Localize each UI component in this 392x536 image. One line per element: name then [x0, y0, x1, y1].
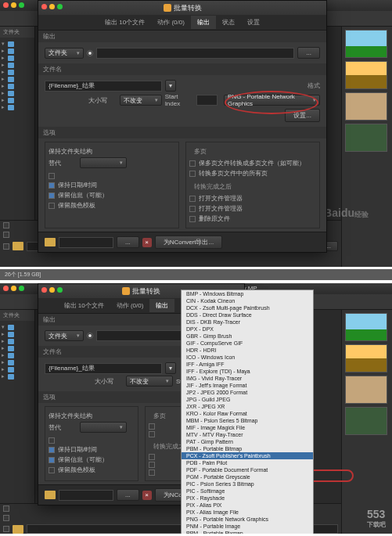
format-option[interactable]: JIF - Jeff's Image Format — [182, 382, 313, 389]
folder-icon[interactable] — [45, 238, 56, 246]
format-option[interactable]: JPG - Guild JPEG — [182, 396, 313, 403]
checkbox[interactable] — [189, 206, 196, 212]
minimize-icon[interactable] — [11, 286, 16, 291]
save-preset-button[interactable]: ... — [117, 236, 139, 248]
close-icon[interactable] — [41, 287, 47, 293]
minimize-icon[interactable] — [49, 4, 55, 9]
format-option[interactable]: PNG - Portable Network Graphics — [182, 516, 313, 523]
radio-option[interactable] — [87, 333, 93, 339]
thumbnail[interactable] — [345, 61, 387, 89]
tab-input[interactable]: 输出 10个文件 — [58, 299, 110, 312]
format-option[interactable]: CIN - Kodak Cineon — [182, 297, 313, 304]
start-index-input[interactable] — [196, 95, 218, 106]
checkbox[interactable] — [189, 160, 196, 167]
tab-actions[interactable]: 动作 (0/0) — [151, 16, 191, 29]
thumbnail[interactable] — [345, 124, 387, 152]
format-option[interactable]: MTV - MTV Ray-Tracer — [182, 431, 313, 438]
preset-input[interactable] — [59, 490, 113, 501]
thumbnail[interactable] — [345, 313, 387, 341]
tab-output[interactable]: 输出 — [191, 16, 216, 29]
maximize-icon[interactable] — [57, 287, 63, 293]
checkbox[interactable] — [3, 505, 9, 512]
delete-icon[interactable]: × — [142, 491, 152, 500]
minimize-icon[interactable] — [11, 2, 16, 8]
dropdown-button[interactable]: ▾ — [165, 80, 176, 92]
settings-button[interactable]: 设置... — [285, 109, 320, 122]
format-option[interactable]: JXR - JPEG XR — [182, 403, 313, 410]
minimize-icon[interactable] — [49, 287, 55, 293]
checkbox[interactable] — [189, 216, 196, 222]
browse-button[interactable]: ... — [297, 47, 320, 59]
format-option[interactable]: DPX - DPX — [182, 326, 313, 333]
folder-tree[interactable]: ▾ ▸ ▸ ▸ ▸ ▸ ▸ ▸ ▸ ▸ — [0, 38, 34, 114]
output-type-select[interactable]: 文件夹▾ — [45, 48, 84, 59]
checkbox[interactable] — [49, 457, 55, 463]
checkbox[interactable] — [49, 173, 55, 179]
folder-icon[interactable] — [13, 242, 23, 250]
export-button[interactable]: 为NConvert导出... — [155, 236, 222, 249]
format-option[interactable]: GBR - Gimp Brush — [182, 333, 313, 340]
left-tab-folders[interactable]: 文件夹 — [3, 29, 20, 34]
delete-icon[interactable]: × — [142, 238, 152, 247]
format-select[interactable]: PNG - Portable Network Graphics▾ — [224, 95, 320, 106]
folder-icon[interactable] — [45, 491, 56, 499]
thumbnail[interactable] — [345, 376, 387, 404]
thumbnail[interactable] — [345, 30, 387, 58]
checkbox[interactable] — [149, 431, 155, 437]
maximize-icon[interactable] — [19, 286, 24, 291]
checkbox[interactable] — [3, 222, 9, 228]
checkbox[interactable] — [189, 196, 196, 202]
output-path-input[interactable] — [96, 48, 294, 59]
tab-input[interactable]: 输出 10个文件 — [99, 16, 151, 29]
format-option[interactable]: MIF - Image Magick File — [182, 424, 313, 431]
checkbox[interactable] — [149, 462, 155, 468]
preset-input[interactable] — [59, 237, 113, 248]
format-option[interactable]: PIX - Rayshade — [182, 495, 313, 502]
checkbox[interactable] — [49, 467, 55, 473]
window-controls[interactable] — [3, 2, 24, 8]
format-option[interactable]: PGM - Portable Greyscale — [182, 473, 313, 480]
close-icon[interactable] — [3, 286, 9, 291]
format-option[interactable]: DIS - DKB Ray-Tracer — [182, 318, 313, 326]
format-option[interactable]: PIC - Softimage — [182, 487, 313, 495]
checkbox[interactable] — [49, 437, 55, 444]
folder-icon[interactable] — [13, 525, 23, 534]
format-option[interactable]: ICO - Windows Icon — [182, 354, 313, 361]
tab-status[interactable]: 状态 — [216, 16, 241, 29]
format-option[interactable]: KRO - Kolor Raw Format — [182, 410, 313, 417]
format-option[interactable]: DDS - Direct Draw Surface — [182, 311, 313, 318]
checkbox[interactable] — [3, 243, 9, 250]
radio-option[interactable] — [87, 50, 93, 56]
replace-select[interactable]: ▾ — [80, 422, 127, 433]
checkbox[interactable] — [3, 515, 9, 521]
checkbox[interactable] — [149, 423, 155, 430]
format-option[interactable]: PBM - Portable Bitmap — [182, 445, 313, 452]
tab-actions[interactable]: 动作 (0/0) — [110, 299, 150, 312]
save-preset-button[interactable]: ... — [117, 489, 139, 501]
checkbox[interactable] — [49, 182, 55, 189]
format-option[interactable]: PIX - Alias Image File — [182, 509, 313, 516]
close-icon[interactable] — [41, 4, 47, 9]
format-dropdown[interactable]: BMP - Windows BitmapCIN - Kodak CineonDC… — [181, 290, 314, 534]
format-option[interactable]: HDR - HDRI — [182, 347, 313, 354]
case-select[interactable]: 不改变▾ — [120, 95, 161, 106]
format-option[interactable]: IFF - Explore (TDI) - Maya — [182, 368, 313, 375]
thumbnail[interactable] — [345, 407, 387, 435]
folder-tree[interactable]: ▾ ▸ ▸ ▸ ▸ ▸ ▸ ▸ — [0, 321, 34, 383]
thumbnail[interactable] — [345, 92, 387, 121]
dropdown-button[interactable]: ▾ — [165, 362, 176, 374]
format-option[interactable]: PPM - Portable Pixmap — [182, 530, 313, 534]
filename-template-input[interactable]: {Filename}_结果 — [45, 81, 162, 92]
checkbox[interactable] — [49, 447, 55, 453]
checkbox[interactable] — [189, 171, 196, 177]
format-option[interactable]: IMG - Vivid Ray-Tracer — [182, 375, 313, 382]
format-option[interactable]: BMP - Windows Bitmap — [182, 290, 313, 297]
replace-select[interactable]: ▾ — [80, 157, 127, 168]
tab-settings[interactable]: 设置 — [241, 16, 266, 29]
maximize-icon[interactable] — [57, 4, 63, 9]
format-option[interactable]: PCX - Zsoft Publisher's Paintbrush — [182, 452, 313, 459]
format-option[interactable]: GIF - CompuServe GIF — [182, 340, 313, 347]
close-icon[interactable] — [3, 2, 9, 8]
checkbox[interactable] — [149, 469, 155, 476]
filename-template-input[interactable]: {Filename}_结果 — [45, 363, 162, 374]
